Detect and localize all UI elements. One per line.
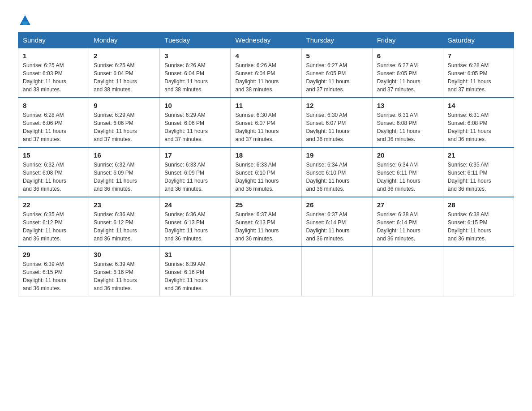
calendar-cell: 14Sunrise: 6:31 AMSunset: 6:08 PMDayligh… <box>443 98 514 147</box>
calendar-week-row: 1Sunrise: 6:25 AMSunset: 6:03 PMDaylight… <box>18 48 514 98</box>
day-info: Sunrise: 6:29 AMSunset: 6:06 PMDaylight:… <box>94 111 155 143</box>
day-number: 23 <box>94 201 155 209</box>
calendar-week-row: 22Sunrise: 6:35 AMSunset: 6:12 PMDayligh… <box>18 197 514 247</box>
day-info: Sunrise: 6:25 AMSunset: 6:03 PMDaylight:… <box>23 61 84 94</box>
day-info: Sunrise: 6:34 AMSunset: 6:10 PMDaylight:… <box>306 161 368 193</box>
day-info: Sunrise: 6:30 AMSunset: 6:07 PMDaylight:… <box>306 111 368 143</box>
day-info: Sunrise: 6:26 AMSunset: 6:04 PMDaylight:… <box>164 61 226 94</box>
day-number: 31 <box>164 251 226 258</box>
day-info: Sunrise: 6:38 AMSunset: 6:15 PMDaylight:… <box>448 210 509 243</box>
day-info: Sunrise: 6:35 AMSunset: 6:11 PMDaylight:… <box>448 161 509 193</box>
logo-icon <box>19 13 31 26</box>
day-number: 21 <box>448 151 509 159</box>
day-info: Sunrise: 6:28 AMSunset: 6:06 PMDaylight:… <box>23 111 84 143</box>
weekday-header-thursday: Thursday <box>301 33 372 48</box>
day-info: Sunrise: 6:36 AMSunset: 6:13 PMDaylight:… <box>164 210 226 243</box>
day-info: Sunrise: 6:30 AMSunset: 6:07 PMDaylight:… <box>235 111 296 143</box>
day-number: 26 <box>306 201 368 209</box>
day-number: 15 <box>23 151 84 159</box>
calendar-cell: 29Sunrise: 6:39 AMSunset: 6:15 PMDayligh… <box>18 247 89 296</box>
calendar-cell: 10Sunrise: 6:29 AMSunset: 6:06 PMDayligh… <box>160 98 231 147</box>
day-info: Sunrise: 6:25 AMSunset: 6:04 PMDaylight:… <box>94 61 155 94</box>
calendar-cell: 7Sunrise: 6:28 AMSunset: 6:05 PMDaylight… <box>443 48 514 98</box>
day-number: 13 <box>377 102 438 109</box>
calendar-cell: 24Sunrise: 6:36 AMSunset: 6:13 PMDayligh… <box>160 197 231 247</box>
calendar-cell: 30Sunrise: 6:39 AMSunset: 6:16 PMDayligh… <box>89 247 160 296</box>
calendar-cell: 1Sunrise: 6:25 AMSunset: 6:03 PMDaylight… <box>18 48 89 98</box>
day-number: 27 <box>377 201 438 209</box>
weekday-header-wednesday: Wednesday <box>231 33 301 48</box>
calendar-cell <box>301 247 372 296</box>
calendar-cell: 2Sunrise: 6:25 AMSunset: 6:04 PMDaylight… <box>89 48 160 98</box>
day-info: Sunrise: 6:37 AMSunset: 6:14 PMDaylight:… <box>306 210 368 243</box>
calendar-cell: 21Sunrise: 6:35 AMSunset: 6:11 PMDayligh… <box>443 147 514 197</box>
calendar-cell: 26Sunrise: 6:37 AMSunset: 6:14 PMDayligh… <box>301 197 372 247</box>
day-number: 7 <box>448 52 509 60</box>
day-info: Sunrise: 6:29 AMSunset: 6:06 PMDaylight:… <box>164 111 226 143</box>
calendar-header-row: SundayMondayTuesdayWednesdayThursdayFrid… <box>18 33 514 48</box>
calendar-cell: 19Sunrise: 6:34 AMSunset: 6:10 PMDayligh… <box>301 147 372 197</box>
day-number: 17 <box>164 151 226 159</box>
weekday-header-tuesday: Tuesday <box>160 33 231 48</box>
weekday-header-friday: Friday <box>372 33 443 48</box>
weekday-header-saturday: Saturday <box>443 33 514 48</box>
calendar-cell: 22Sunrise: 6:35 AMSunset: 6:12 PMDayligh… <box>18 197 89 247</box>
calendar-cell: 16Sunrise: 6:32 AMSunset: 6:09 PMDayligh… <box>89 147 160 197</box>
calendar-week-row: 15Sunrise: 6:32 AMSunset: 6:08 PMDayligh… <box>18 147 514 197</box>
day-number: 10 <box>164 102 226 109</box>
day-number: 20 <box>377 151 438 159</box>
calendar-cell: 13Sunrise: 6:31 AMSunset: 6:08 PMDayligh… <box>372 98 443 147</box>
day-info: Sunrise: 6:37 AMSunset: 6:13 PMDaylight:… <box>235 210 296 243</box>
day-number: 8 <box>23 102 84 109</box>
day-number: 25 <box>235 201 296 209</box>
calendar-week-row: 29Sunrise: 6:39 AMSunset: 6:15 PMDayligh… <box>18 247 514 296</box>
calendar-cell: 8Sunrise: 6:28 AMSunset: 6:06 PMDaylight… <box>18 98 89 147</box>
day-number: 28 <box>448 201 509 209</box>
calendar-cell: 11Sunrise: 6:30 AMSunset: 6:07 PMDayligh… <box>231 98 301 147</box>
calendar-cell: 5Sunrise: 6:27 AMSunset: 6:05 PMDaylight… <box>301 48 372 98</box>
day-number: 19 <box>306 151 368 159</box>
day-info: Sunrise: 6:39 AMSunset: 6:16 PMDaylight:… <box>164 260 226 292</box>
calendar-cell: 12Sunrise: 6:30 AMSunset: 6:07 PMDayligh… <box>301 98 372 147</box>
day-number: 22 <box>23 201 84 209</box>
page-header <box>18 13 514 23</box>
calendar-cell: 17Sunrise: 6:33 AMSunset: 6:09 PMDayligh… <box>160 147 231 197</box>
day-number: 9 <box>94 102 155 109</box>
day-number: 14 <box>448 102 509 109</box>
day-info: Sunrise: 6:27 AMSunset: 6:05 PMDaylight:… <box>306 61 368 94</box>
day-number: 3 <box>164 52 226 60</box>
logo <box>18 13 31 23</box>
calendar-cell: 9Sunrise: 6:29 AMSunset: 6:06 PMDaylight… <box>89 98 160 147</box>
calendar-cell: 15Sunrise: 6:32 AMSunset: 6:08 PMDayligh… <box>18 147 89 197</box>
day-number: 2 <box>94 52 155 60</box>
day-number: 6 <box>377 52 438 60</box>
weekday-header-monday: Monday <box>89 33 160 48</box>
calendar-cell: 27Sunrise: 6:38 AMSunset: 6:14 PMDayligh… <box>372 197 443 247</box>
day-info: Sunrise: 6:39 AMSunset: 6:16 PMDaylight:… <box>94 260 155 292</box>
day-info: Sunrise: 6:34 AMSunset: 6:11 PMDaylight:… <box>377 161 438 193</box>
calendar-cell: 25Sunrise: 6:37 AMSunset: 6:13 PMDayligh… <box>231 197 301 247</box>
weekday-header-sunday: Sunday <box>18 33 89 48</box>
calendar-week-row: 8Sunrise: 6:28 AMSunset: 6:06 PMDaylight… <box>18 98 514 147</box>
calendar-cell <box>231 247 301 296</box>
day-info: Sunrise: 6:31 AMSunset: 6:08 PMDaylight:… <box>377 111 438 143</box>
day-info: Sunrise: 6:38 AMSunset: 6:14 PMDaylight:… <box>377 210 438 243</box>
calendar-cell: 31Sunrise: 6:39 AMSunset: 6:16 PMDayligh… <box>160 247 231 296</box>
day-info: Sunrise: 6:26 AMSunset: 6:04 PMDaylight:… <box>235 61 296 94</box>
day-info: Sunrise: 6:27 AMSunset: 6:05 PMDaylight:… <box>377 61 438 94</box>
calendar-cell <box>443 247 514 296</box>
day-info: Sunrise: 6:36 AMSunset: 6:12 PMDaylight:… <box>94 210 155 243</box>
day-number: 24 <box>164 201 226 209</box>
day-info: Sunrise: 6:32 AMSunset: 6:08 PMDaylight:… <box>23 161 84 193</box>
day-number: 1 <box>23 52 84 60</box>
day-info: Sunrise: 6:35 AMSunset: 6:12 PMDaylight:… <box>23 210 84 243</box>
calendar-cell: 23Sunrise: 6:36 AMSunset: 6:12 PMDayligh… <box>89 197 160 247</box>
day-info: Sunrise: 6:28 AMSunset: 6:05 PMDaylight:… <box>448 61 509 94</box>
calendar-cell: 4Sunrise: 6:26 AMSunset: 6:04 PMDaylight… <box>231 48 301 98</box>
calendar-cell: 3Sunrise: 6:26 AMSunset: 6:04 PMDaylight… <box>160 48 231 98</box>
day-number: 18 <box>235 151 296 159</box>
calendar-table: SundayMondayTuesdayWednesdayThursdayFrid… <box>18 32 514 296</box>
day-info: Sunrise: 6:33 AMSunset: 6:09 PMDaylight:… <box>164 161 226 193</box>
day-info: Sunrise: 6:33 AMSunset: 6:10 PMDaylight:… <box>235 161 296 193</box>
calendar-cell: 20Sunrise: 6:34 AMSunset: 6:11 PMDayligh… <box>372 147 443 197</box>
